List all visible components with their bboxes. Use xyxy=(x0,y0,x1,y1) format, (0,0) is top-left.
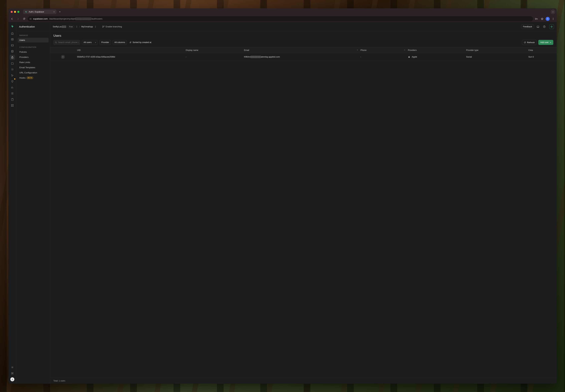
tabs-dropdown-button[interactable] xyxy=(551,10,555,14)
window-zoom-button[interactable] xyxy=(17,11,19,13)
svg-point-21 xyxy=(104,26,104,26)
supabase-logo-icon[interactable] xyxy=(10,24,15,29)
rail-api-docs-icon[interactable] xyxy=(10,97,15,102)
svg-point-5 xyxy=(553,18,553,18)
ai-assistant-icon[interactable] xyxy=(549,24,554,29)
rail-reports-icon[interactable] xyxy=(10,85,15,90)
refresh-button[interactable]: Refresh xyxy=(522,40,537,45)
sidebar-item-email-templates[interactable]: Email Templates xyxy=(18,65,49,70)
beta-badge: BETA xyxy=(27,77,33,79)
rail-sql-editor-icon[interactable] xyxy=(10,43,15,48)
svg-point-19 xyxy=(12,379,13,379)
org-switcher-icon[interactable] xyxy=(76,26,78,28)
filter-columns-dropdown[interactable]: All columns xyxy=(113,40,127,45)
rail-storage-icon[interactable] xyxy=(10,61,15,66)
filter-provider-dropdown[interactable]: Provider xyxy=(99,40,111,45)
rail-realtime-icon[interactable] xyxy=(10,73,15,78)
sidebar-item-rate-limits[interactable]: Rate Limits xyxy=(18,60,49,65)
search-input[interactable] xyxy=(58,41,79,43)
rail-user-avatar[interactable] xyxy=(10,377,15,382)
close-tab-icon[interactable]: × xyxy=(53,11,55,13)
help-icon[interactable] xyxy=(542,24,547,29)
apple-icon xyxy=(408,56,410,58)
svg-point-12 xyxy=(11,68,13,70)
enable-branching-button[interactable]: Enable branching xyxy=(102,26,122,28)
rail-auth-icon[interactable] xyxy=(10,55,15,60)
chevron-down-icon xyxy=(550,42,551,43)
window-minimize-button[interactable] xyxy=(14,11,16,13)
svg-point-18 xyxy=(12,367,13,368)
cell-created: Sun 0 xyxy=(527,53,557,61)
svg-point-7 xyxy=(553,19,553,20)
project-switcher-icon[interactable] xyxy=(94,26,97,28)
svg-rect-16 xyxy=(11,106,12,107)
sidebar-title: Authentication xyxy=(16,22,50,31)
cell-provider: Apple xyxy=(412,56,417,58)
filter-users-dropdown[interactable]: All users ▾ xyxy=(82,40,98,45)
crumb-org[interactable]: SwiftyLau▒▒▒ xyxy=(53,26,66,28)
rail-edge-functions-icon[interactable] xyxy=(10,67,15,72)
th-uid[interactable]: UID xyxy=(76,47,184,53)
browser-menu-icon[interactable] xyxy=(551,17,555,21)
rail-integrations-icon[interactable] xyxy=(10,103,15,108)
browser-tab-strip: Auth | Supabase × + xyxy=(8,8,557,15)
bookmark-icon[interactable] xyxy=(540,17,544,21)
sidebar-item-url-configuration[interactable]: URL Configuration xyxy=(18,70,49,75)
browser-window: Auth | Supabase × + supabase.com/dashboa… xyxy=(8,8,557,384)
cell-phone: - xyxy=(359,53,407,61)
rail-logs-icon[interactable] xyxy=(10,91,15,96)
table-footer: Total: 1 users xyxy=(50,378,557,384)
rail-home-icon[interactable] xyxy=(10,31,15,36)
sidebar-item-hooks[interactable]: Hooks BETA xyxy=(18,75,49,80)
sidebar-section-manage: MANAGE xyxy=(18,33,49,37)
th-provider-type[interactable]: Provider type xyxy=(465,47,527,53)
table-row[interactable]: 550bff12-f737-4255-b3aa-649acee2598d - f… xyxy=(50,53,557,61)
new-tab-button[interactable]: + xyxy=(58,10,62,14)
back-button[interactable] xyxy=(10,16,14,21)
tab-title: Auth | Supabase xyxy=(29,11,44,13)
browser-tab[interactable]: Auth | Supabase × xyxy=(23,10,56,14)
site-settings-icon[interactable] xyxy=(29,18,32,20)
inbox-icon[interactable] xyxy=(536,24,540,29)
sidebar-item-users[interactable]: Users xyxy=(18,38,49,42)
th-created[interactable]: Crea xyxy=(527,47,557,53)
svg-rect-11 xyxy=(12,57,13,58)
rail-command-icon[interactable] xyxy=(10,371,15,376)
svg-point-10 xyxy=(11,50,13,51)
crumb-project[interactable]: MyGreatApp xyxy=(81,26,93,28)
th-providers[interactable]: Providers xyxy=(407,47,465,53)
sidebar-item-policies[interactable]: Policies xyxy=(18,50,49,54)
svg-point-20 xyxy=(103,26,103,26)
add-user-button[interactable]: Add user xyxy=(538,40,553,45)
users-toolbar: All users ▾ Provider All columns Sorted … xyxy=(50,40,557,47)
svg-rect-15 xyxy=(13,104,13,105)
rail-advisors-icon[interactable] xyxy=(10,79,15,84)
address-bar[interactable]: supabase.com/dashboard/project/ryufqrd▒▒… xyxy=(28,16,533,21)
cell-email: fr96rkn▒▒▒▒▒▒▒aterelay.appleid.com xyxy=(243,53,359,61)
refresh-icon xyxy=(524,41,526,43)
feedback-button[interactable]: Feedback xyxy=(521,25,534,29)
search-icon xyxy=(55,41,57,43)
th-display-name[interactable]: Display name xyxy=(184,47,243,53)
forward-button[interactable] xyxy=(16,16,20,21)
sort-button[interactable]: Sorted by created at xyxy=(128,40,152,45)
svg-rect-14 xyxy=(11,104,12,105)
browser-toolbar: supabase.com/dashboard/project/ryufqrd▒▒… xyxy=(8,15,557,22)
browser-profile-button[interactable]: S xyxy=(546,17,550,21)
icon-rail xyxy=(8,22,16,384)
chevron-down-icon: ▾ xyxy=(404,49,405,51)
svg-rect-0 xyxy=(30,18,30,18)
sidebar-item-providers[interactable]: Providers xyxy=(18,55,49,59)
sort-icon xyxy=(129,41,131,43)
rail-table-editor-icon[interactable] xyxy=(10,37,15,42)
th-email[interactable]: Email▾ xyxy=(243,47,359,53)
th-phone[interactable]: Phone▾ xyxy=(359,47,407,53)
rail-settings-icon[interactable] xyxy=(10,365,15,370)
sidebar-section-configuration: CONFIGURATION xyxy=(18,45,49,49)
window-close-button[interactable] xyxy=(11,11,13,13)
svg-point-13 xyxy=(12,69,13,70)
reload-button[interactable] xyxy=(22,16,26,21)
search-input-wrapper[interactable] xyxy=(53,40,80,45)
rail-database-icon[interactable] xyxy=(10,49,15,54)
password-manager-icon[interactable] xyxy=(534,17,539,21)
